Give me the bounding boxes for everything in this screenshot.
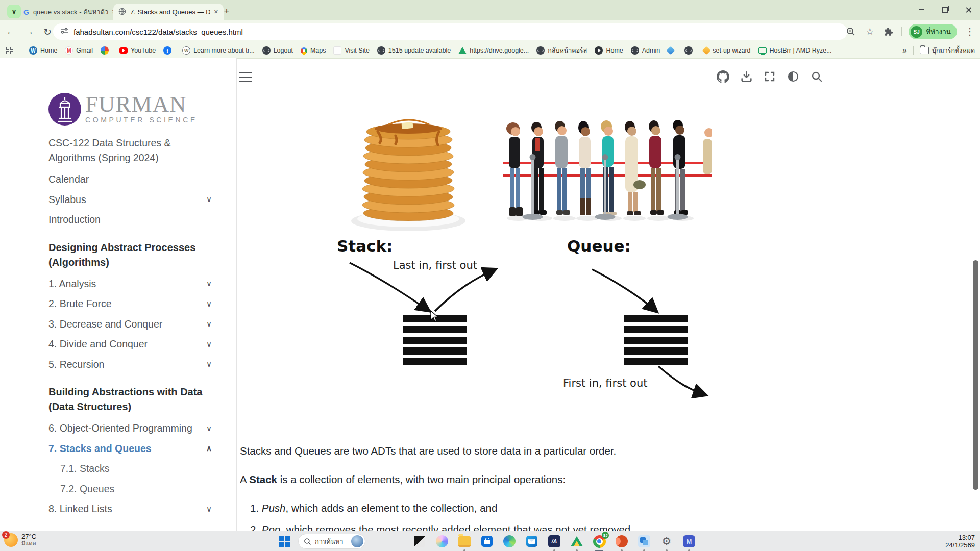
sidebar-toggle-hamburger-icon[interactable] [239,72,252,82]
forward-button[interactable]: → [21,24,37,39]
dark-mode-contrast-icon[interactable] [787,70,800,83]
google-drive-icon [571,536,583,546]
copilot-icon [436,535,448,547]
bookmark-item[interactable] [668,47,677,54]
bookmark-item[interactable] [101,46,112,55]
sidebar-item-stacks-and-queues[interactable]: 7. Stacks and Queues∧ [48,439,212,459]
fullscreen-icon[interactable] [763,70,776,83]
temperature: 27°C [21,533,36,540]
logo-text-secondary: COMPUTER SCIENCE [85,116,198,124]
youtube-icon [119,47,128,54]
sidebar-item-analysis[interactable]: 1. Analysis∨ [48,274,212,294]
bookmark-item[interactable]: Logout [262,46,293,55]
bookmark-item[interactable]: Learn more about tr... [182,46,255,55]
m-app-button[interactable] [682,534,696,548]
download-icon[interactable] [740,70,753,83]
sidebar-section-data-structures: Building Abstractions with Data (Data St… [48,385,212,414]
browser-tab-inactive[interactable]: G queue vs stack - ค้นหาด้วย Goog ✕ [18,4,121,20]
search-icon [304,538,311,545]
bookmark-item[interactable]: Home [29,46,57,55]
file-explorer-button[interactable] [457,534,472,548]
stack-caption: Last in, first out [393,259,477,271]
furman-logo[interactable]: FURMAN COMPUTER SCIENCE [48,93,212,126]
google-drive-button[interactable] [570,534,584,548]
chevron-down-icon[interactable]: ∨ [206,340,212,349]
chevron-down-icon[interactable]: ∨ [206,505,212,514]
bookmark-item[interactable]: Maps [301,47,326,54]
sidebar-item-calendar[interactable]: Calendar [48,169,212,190]
browser-menu-kebab-icon[interactable]: ⋮ [964,26,976,38]
google-photos-icon [101,46,109,55]
blue-panes-app-icon [638,535,650,547]
divider [913,46,914,55]
bookmark-item[interactable]: กลับหน้าคอร์ส [536,45,587,56]
ia-app-button[interactable] [547,534,561,548]
bookmark-item[interactable] [163,46,175,55]
sidebar-item-recursion[interactable]: 5. Recursion∨ [48,355,212,375]
chevron-down-icon[interactable]: ∨ [206,279,212,288]
sidebar-item-syllabus[interactable]: Syllabus∨ [48,190,212,210]
bookmark-star-icon[interactable]: ☆ [864,26,876,38]
bookmark-item[interactable]: Admin [631,46,660,55]
all-bookmarks-button[interactable]: บุ๊กมาร์กทั้งหมด [920,45,975,56]
bookmarks-overflow-icon[interactable]: » [902,46,907,55]
sidebar-item-oop[interactable]: 6. Object-Oriented Programming∨ [48,418,212,439]
sidebar-item-course-title[interactable]: CSC-122 Data Structures & Algorithms (Sp… [48,136,212,165]
search-icon[interactable] [810,70,823,83]
browser-tab-active[interactable]: 7. Stacks and Queues — Data S ✕ [113,4,224,20]
bookmark-item[interactable]: https://drive.google... [458,47,529,54]
sidebar-item-linked-lists[interactable]: 8. Linked Lists∨ [48,499,212,519]
github-icon[interactable] [716,70,729,83]
sidebar-item-queues[interactable]: 7.2. Queues [48,479,212,499]
apps-grid-icon[interactable] [6,47,13,54]
copilot-button[interactable] [435,534,449,548]
chevron-down-icon[interactable]: ∨ [206,195,212,204]
bookmark-item[interactable]: set-up wizard [703,47,750,54]
microsoft-store-button[interactable] [480,534,494,548]
minimize-button[interactable] [910,0,933,19]
chevron-down-icon[interactable]: ∨ [206,299,212,309]
bookmark-item[interactable]: YouTube [119,47,156,54]
task-view-button[interactable] [412,534,427,548]
outlook-button[interactable] [525,534,539,548]
close-icon[interactable]: ✕ [214,9,218,15]
profile-chip[interactable]: SJ ที่ทำงาน [909,24,957,39]
taskbar-center: การค้นหา SJ [276,534,696,549]
site-settings-icon[interactable] [60,27,68,37]
back-button[interactable]: ← [3,24,18,39]
settings-button[interactable] [659,534,674,548]
powerpoint-button[interactable] [615,534,629,548]
close-window-button[interactable] [957,0,980,19]
bookmark-item[interactable]: Home [595,46,623,55]
chevron-down-icon[interactable]: ∨ [206,360,212,369]
bookmark-item[interactable]: HostBrr | AMD Ryze... [758,46,832,55]
weather-widget[interactable]: 2 27°C มีแดด [4,533,36,547]
stack-queue-diagram: Stack: Queue: Last in, first out First i… [327,232,745,408]
bookmark-item[interactable]: Visit Site [333,46,369,55]
bookmark-item[interactable]: 1515 update available [377,46,451,55]
chevron-down-icon[interactable]: ∨ [206,424,212,433]
bookmark-item[interactable]: Gmail [65,46,93,55]
bookmark-item[interactable] [684,46,696,55]
zoom-icon[interactable] [845,26,857,38]
blue-panes-app-button[interactable] [637,534,651,548]
edge-button[interactable] [502,534,517,548]
google-favicon-icon: G [23,8,29,16]
chrome-button[interactable]: SJ [592,534,606,548]
taskbar-clock[interactable]: 13:07 24/1/2569 [945,534,975,549]
sidebar-item-brute-force[interactable]: 2. Brute Force∨ [48,294,212,314]
sidebar-item-introduction[interactable]: Introduction [48,210,212,230]
sidebar-item-stacks[interactable]: 7.1. Stacks [48,459,212,479]
address-bar[interactable]: fahadsultan.com/csc122/data/stacks_queue… [53,23,847,40]
start-button[interactable] [276,534,294,549]
sidebar-item-divide-and-conquer[interactable]: 4. Divide and Conquer∨ [48,334,212,355]
taskbar-search[interactable]: การค้นหา [298,534,365,549]
extensions-puzzle-icon[interactable] [883,26,895,38]
sidebar-item-decrease-and-conquer[interactable]: 3. Decrease and Conquer∨ [48,314,212,335]
restore-button[interactable] [933,0,957,19]
person-partial [703,128,712,174]
page-scrollbar-thumb[interactable] [973,260,978,490]
chevron-up-icon[interactable]: ∧ [206,444,212,453]
chevron-down-icon[interactable]: ∨ [206,319,212,329]
new-tab-button[interactable]: + [219,4,234,18]
